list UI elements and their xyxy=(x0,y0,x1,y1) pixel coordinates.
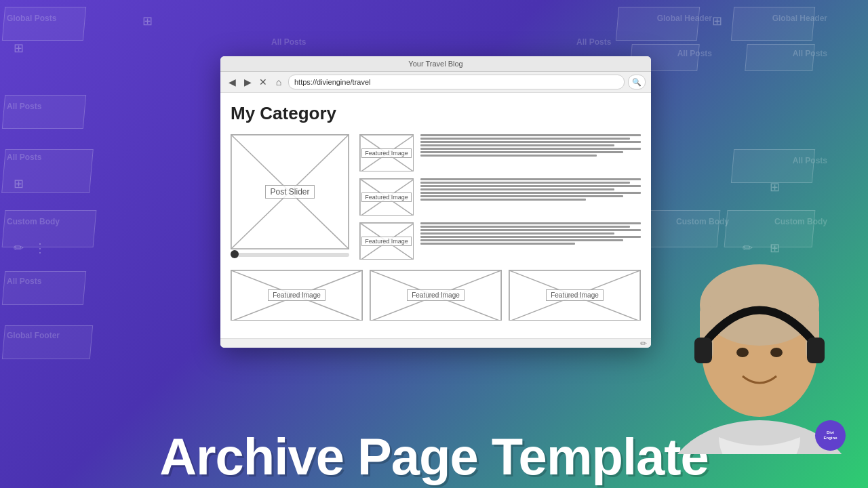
grid-image-3: Featured Image xyxy=(509,270,641,321)
text-line xyxy=(420,138,630,140)
grid-image-1: Featured Image xyxy=(231,270,363,321)
post-slider-image: Post Slider xyxy=(231,134,349,249)
text-line xyxy=(420,144,614,146)
post-text-2 xyxy=(420,178,641,201)
browser-toolbar: ◀ ▶ ✕ ⌂ https://diviengine/travel 🔍 xyxy=(220,72,651,93)
bg-label-global-header-right1: Global Header xyxy=(657,14,712,23)
browser-search-button[interactable]: 🔍 xyxy=(628,75,646,89)
divi-badge-text: DiviEngine xyxy=(823,430,837,441)
browser-home-button[interactable]: ⌂ xyxy=(273,76,285,88)
browser-forward-button[interactable]: ▶ xyxy=(241,76,254,88)
featured-image-label-1: Featured Image xyxy=(361,148,412,158)
grid-featured-image-label-2: Featured Image xyxy=(407,289,465,301)
post-thumbnail-1: Featured Image xyxy=(359,134,414,171)
text-lines-2 xyxy=(420,178,641,201)
text-line xyxy=(420,148,641,150)
bg-label-global-header-right2: Global Header xyxy=(772,14,827,23)
bg-label-global-footer-left: Global Footer xyxy=(7,331,60,340)
text-line xyxy=(420,199,586,201)
svg-rect-27 xyxy=(807,338,825,363)
text-line xyxy=(420,188,614,190)
browser-title: Your Travel Blog xyxy=(408,60,462,68)
post-thumbnail-3: Featured Image xyxy=(359,222,414,260)
text-line xyxy=(420,195,623,197)
bg-label-all-posts-center1: All Posts xyxy=(271,37,306,47)
bg-label-all-posts-right2: All Posts xyxy=(793,49,827,58)
text-line xyxy=(420,222,641,224)
post-slider-label: Post Slider xyxy=(265,185,314,199)
bg-label-all-posts-right3: All Posts xyxy=(793,156,827,165)
text-line xyxy=(420,226,630,228)
text-line xyxy=(420,155,597,157)
browser-window: Your Travel Blog ◀ ▶ ✕ ⌂ https://divieng… xyxy=(220,56,651,348)
page-title: My Category xyxy=(231,103,641,124)
text-line xyxy=(420,141,641,143)
browser-bottom-bar: ✏ xyxy=(220,338,651,348)
featured-image-label-3: Featured Image xyxy=(361,237,412,246)
grid-featured-image-label-3: Featured Image xyxy=(546,289,604,301)
browser-close-button[interactable]: ✕ xyxy=(257,76,269,88)
edit-icon[interactable]: ✏ xyxy=(640,339,647,348)
post-list: Featured Image xyxy=(359,134,641,260)
text-line xyxy=(420,134,641,136)
post-item-2: Featured Image xyxy=(359,178,641,216)
divi-engine-badge: DiviEngine xyxy=(815,420,846,451)
url-text: https://diviengine/travel xyxy=(294,78,371,86)
text-line xyxy=(420,192,641,194)
text-lines-3 xyxy=(420,222,641,245)
person-photo xyxy=(671,237,848,454)
url-bar[interactable]: https://diviengine/travel xyxy=(288,75,625,89)
grid-featured-image-label-1: Featured Image xyxy=(268,289,326,301)
text-line xyxy=(420,232,614,235)
bg-label-all-posts-left1: All Posts xyxy=(7,102,41,111)
bg-label-custom-body-right2: Custom Body xyxy=(676,217,729,226)
bg-label-all-posts-left3: All Posts xyxy=(7,277,41,286)
browser-titlebar: Your Travel Blog xyxy=(220,56,651,72)
text-lines-1 xyxy=(420,134,641,157)
post-text-1 xyxy=(420,134,641,157)
post-item-1: Featured Image xyxy=(359,134,641,171)
post-thumbnail-2: Featured Image xyxy=(359,178,414,216)
featured-image-label-2: Featured Image xyxy=(361,192,412,202)
svg-point-28 xyxy=(736,348,749,357)
bg-label-all-posts-right1: All Posts xyxy=(677,49,712,58)
slider-handle[interactable] xyxy=(231,250,239,258)
bg-label-global-posts: Global Posts xyxy=(7,14,56,23)
bottom-grid: Featured Image Featured Image Featured I… xyxy=(231,270,641,321)
text-line xyxy=(420,243,575,245)
post-slider: Post Slider xyxy=(231,134,349,260)
text-line xyxy=(420,151,623,153)
post-item-3: Featured Image xyxy=(359,222,641,260)
bg-label-custom-body-left: Custom Body xyxy=(7,217,60,226)
text-line xyxy=(420,178,641,180)
bg-label-custom-body-right1: Custom Body xyxy=(774,217,827,226)
bg-label-all-posts-left2: All Posts xyxy=(7,152,41,162)
text-line xyxy=(420,236,641,238)
main-layout: Post Slider Featured Image xyxy=(231,134,641,260)
bg-label-all-posts-center2: All Posts xyxy=(576,37,611,47)
svg-point-29 xyxy=(770,348,783,357)
slider-track[interactable] xyxy=(231,253,349,257)
browser-back-button[interactable]: ◀ xyxy=(226,76,238,88)
text-line xyxy=(420,229,641,231)
text-line xyxy=(420,239,623,241)
grid-image-2: Featured Image xyxy=(370,270,502,321)
post-text-3 xyxy=(420,222,641,245)
text-line xyxy=(420,182,630,184)
text-line xyxy=(420,185,641,187)
page-content: My Category Post Slider xyxy=(220,93,651,338)
svg-rect-26 xyxy=(694,338,712,363)
